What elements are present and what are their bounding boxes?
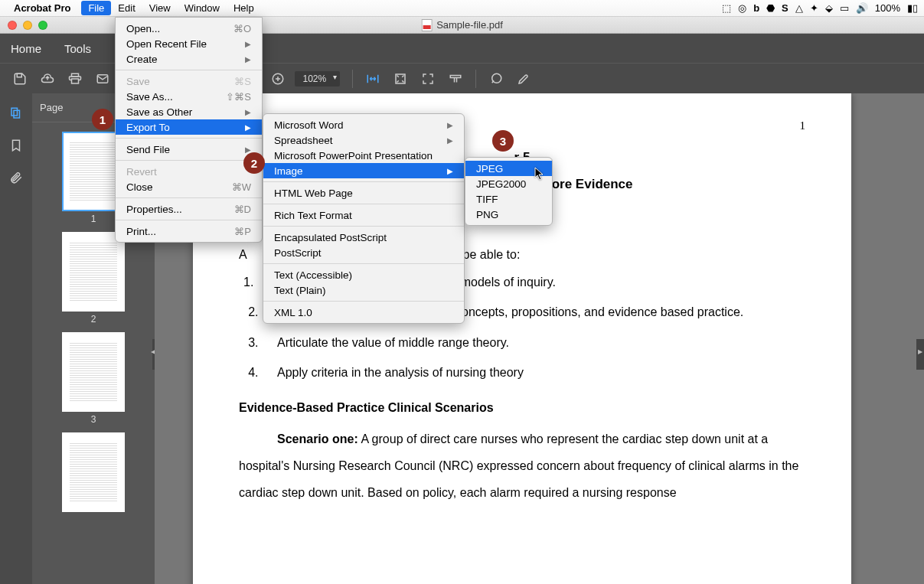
export-text-accessible[interactable]: Text (Accessible) (263, 267, 464, 282)
export-powerpoint[interactable]: Microsoft PowerPoint Presentation (263, 148, 464, 163)
file-export-to[interactable]: Export To▶ (116, 119, 262, 135)
file-open-recent[interactable]: Open Recent File▶ (116, 36, 262, 51)
scenario-paragraph: Scenario one: A group of direct care nur… (239, 426, 805, 507)
nav-rail (0, 93, 32, 584)
pdf-file-icon (421, 19, 432, 31)
file-send[interactable]: Send File▶ (116, 142, 262, 157)
file-close[interactable]: Close⌘W (116, 179, 262, 194)
cloud-upload-icon[interactable] (37, 68, 58, 90)
file-properties[interactable]: Properties...⌘D (116, 201, 262, 217)
file-create[interactable]: Create▶ (116, 51, 262, 67)
scenarios-heading: Evidence-Based Practice Clinical Scenari… (239, 398, 805, 418)
evernote-icon[interactable]: ✦ (810, 2, 818, 14)
fit-page-icon[interactable] (390, 68, 411, 90)
app-name[interactable]: Acrobat Pro (14, 2, 70, 14)
zoom-level-select[interactable]: 102% (295, 71, 340, 86)
menu-view[interactable]: View (142, 1, 178, 15)
fit-width-icon[interactable] (362, 68, 384, 90)
menu-edit[interactable]: Edit (111, 1, 142, 15)
app-icon-b[interactable]: b (753, 2, 759, 14)
wifi-icon[interactable]: ⬙ (825, 2, 833, 14)
menu-file[interactable]: File (81, 1, 111, 15)
export-xml[interactable]: XML 1.0 (263, 305, 464, 320)
battery-percent[interactable]: 100% (875, 2, 900, 14)
annotation-badge-1: 1 (92, 109, 113, 130)
thumbnail-page-3[interactable]: 3 (62, 332, 125, 425)
export-to-submenu: Microsoft Word▶ Spreadsheet▶ Microsoft P… (263, 113, 465, 324)
image-png[interactable]: PNG (465, 207, 552, 222)
export-rtf[interactable]: Rich Text Format (263, 207, 464, 223)
zoom-in-icon[interactable] (267, 68, 289, 90)
window-title: Sample-file.pdf (421, 19, 503, 31)
shield-icon[interactable]: ⬣ (766, 2, 775, 14)
menubar-status-tray: ⬚ ◎ b ⬣ S △ ✦ ⬙ ▭ 🔊 100% ▮▯ (722, 2, 918, 14)
annotation-badge-2: 2 (243, 152, 265, 174)
file-save-as-other[interactable]: Save as Other▶ (116, 104, 262, 119)
export-postscript[interactable]: PostScript (263, 245, 464, 260)
thumbnails-rail-icon[interactable] (8, 106, 24, 121)
file-save: Save⌘S (116, 73, 262, 89)
save-icon[interactable] (9, 68, 31, 90)
svg-rect-10 (450, 75, 461, 77)
cloud-icon[interactable]: △ (795, 2, 803, 14)
skype-icon[interactable]: S (782, 2, 789, 14)
objective-item-4: Apply criteria in the analysis of nursin… (262, 363, 805, 383)
annotation-badge-3: 3 (492, 130, 514, 152)
file-menu-dropdown: Open...⌘O Open Recent File▶ Create▶ Save… (115, 17, 263, 243)
image-jpeg[interactable]: JPEG (465, 161, 552, 176)
thumbnails-header-label: Page (40, 102, 63, 113)
thumbnail-page-2[interactable]: 2 (62, 232, 125, 325)
svg-rect-2 (72, 79, 79, 83)
page-number: 1 (800, 116, 806, 135)
home-tab[interactable]: Home (11, 42, 41, 55)
svg-rect-0 (17, 73, 21, 77)
sync-icon[interactable]: ◎ (738, 2, 746, 14)
menu-help[interactable]: Help (227, 1, 261, 15)
bookmarks-rail-icon[interactable] (8, 138, 24, 153)
export-eps[interactable]: Encapsulated PostScript (263, 230, 464, 245)
read-mode-icon[interactable] (445, 68, 466, 90)
right-panel-handle[interactable] (916, 339, 924, 370)
fullscreen-icon[interactable] (417, 68, 439, 90)
image-format-submenu: JPEG JPEG2000 TIFF PNG (465, 157, 553, 226)
file-open[interactable]: Open...⌘O (116, 21, 262, 36)
volume-icon[interactable]: 🔊 (856, 2, 868, 14)
display-icon[interactable]: ▭ (840, 2, 849, 14)
export-html[interactable]: HTML Web Page (263, 185, 464, 201)
close-window-button[interactable] (8, 21, 17, 30)
send-icon[interactable] (92, 68, 113, 90)
tools-tab[interactable]: Tools (64, 42, 91, 55)
export-word[interactable]: Microsoft Word▶ (263, 117, 464, 132)
mac-menubar: Acrobat Pro File Edit View Window Help ⬚… (0, 0, 924, 17)
file-print[interactable]: Print...⌘P (116, 223, 262, 239)
window-controls (0, 21, 47, 30)
objective-item-3: Articulate the value of middle range the… (262, 333, 805, 353)
highlight-icon[interactable] (513, 68, 534, 90)
dropbox-icon[interactable]: ⬚ (722, 2, 731, 14)
file-save-as[interactable]: Save As...⇧⌘S (116, 89, 262, 104)
comment-icon[interactable] (485, 68, 507, 90)
export-text-plain[interactable]: Text (Plain) (263, 282, 464, 298)
zoom-window-button[interactable] (38, 21, 47, 30)
print-icon[interactable] (64, 68, 86, 90)
image-jpeg2000[interactable]: JPEG2000 (465, 176, 552, 191)
menu-window[interactable]: Window (178, 1, 227, 15)
battery-icon[interactable]: ▮▯ (907, 2, 918, 14)
image-tiff[interactable]: TIFF (465, 191, 552, 207)
attachments-rail-icon[interactable] (8, 170, 24, 185)
thumbnail-page-4[interactable] (62, 432, 125, 512)
export-image[interactable]: Image▶ (263, 163, 464, 178)
file-revert: Revert (116, 164, 262, 179)
minimize-window-button[interactable] (23, 21, 32, 30)
export-spreadsheet[interactable]: Spreadsheet▶ (263, 132, 464, 148)
